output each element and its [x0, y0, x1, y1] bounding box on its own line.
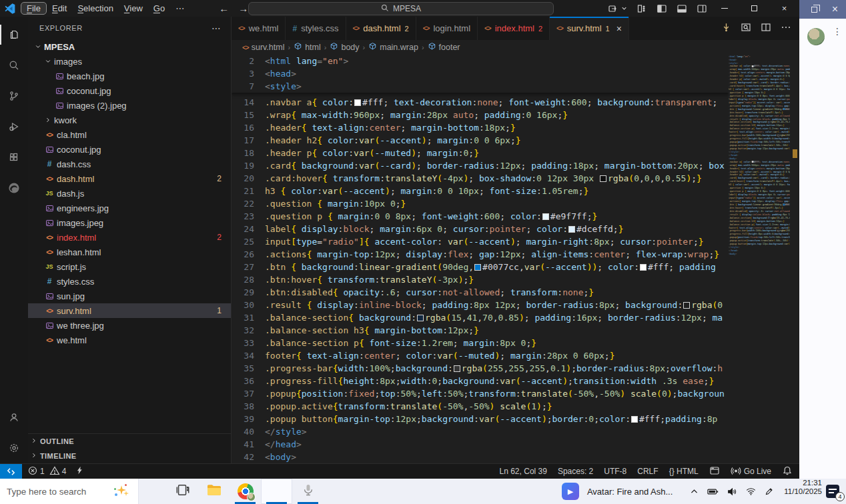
forward-arrow-icon[interactable]: →	[238, 3, 248, 14]
file-images-(2).jpeg[interactable]: images (2).jpeg	[28, 98, 231, 113]
taskbar-voice-recorder[interactable]	[292, 479, 324, 504]
settings-icon[interactable]	[0, 433, 28, 463]
taskbar-vscode[interactable]	[261, 479, 292, 504]
battery-icon[interactable]	[707, 487, 719, 496]
explorer-more-icon[interactable]: ⋯	[212, 23, 222, 33]
menu-file[interactable]: File	[21, 2, 47, 15]
restore-icon[interactable]	[811, 7, 817, 13]
source-control-icon[interactable]	[0, 81, 28, 111]
file-dash.html[interactable]: <>dash.html2	[28, 171, 231, 186]
menu-edit[interactable]: Edit	[47, 3, 72, 14]
minimize-button[interactable]	[709, 0, 739, 17]
taskbar-task-view[interactable]	[167, 479, 198, 504]
overview-ruler[interactable]	[790, 55, 799, 463]
wifi-icon[interactable]	[746, 487, 756, 496]
tab-index.html[interactable]: <>index.html2	[478, 17, 550, 40]
run-debug-icon[interactable]	[0, 111, 28, 142]
status--html[interactable]: {} HTML	[669, 467, 699, 476]
status-go-live[interactable]: Go Live	[731, 465, 771, 478]
arrow-down-icon[interactable]	[721, 22, 731, 35]
extensions-icon[interactable]	[0, 142, 28, 173]
background-window[interactable]: × ⋮	[799, 0, 846, 479]
zap-icon[interactable]	[75, 466, 84, 477]
media-session[interactable]: ▶ Avatar: Fire and Ash...	[562, 479, 673, 504]
status-utf-8[interactable]: UTF-8	[604, 467, 626, 476]
open-remote-window-icon[interactable]	[608, 3, 618, 14]
file-images.jpeg[interactable]: images.jpeg	[28, 215, 231, 230]
folder-kwork[interactable]: kwork	[28, 113, 231, 127]
breadcrumb-body[interactable]: body	[330, 42, 359, 53]
tab-surv.html[interactable]: <>surv.html1×	[550, 17, 629, 40]
file-we-three.jpg[interactable]: we three.jpg	[28, 318, 231, 333]
tab-close-icon[interactable]: ×	[616, 23, 622, 34]
file-styles.css[interactable]: #styles.css	[28, 274, 231, 289]
menu-view[interactable]: View	[119, 3, 148, 14]
dropdown-chevron-icon[interactable]	[621, 5, 627, 11]
file-dash.js[interactable]: JSdash.js	[28, 186, 231, 201]
menu-selection[interactable]: Selection	[72, 3, 118, 14]
file-sun.jpg[interactable]: sun.jpg	[28, 289, 231, 303]
explorer-icon[interactable]	[0, 19, 28, 50]
remote-indicator[interactable]	[0, 464, 22, 479]
back-arrow-icon[interactable]: ←	[219, 3, 229, 14]
account-icon[interactable]	[0, 402, 28, 433]
tab-styles.css[interactable]: #styles.css	[286, 17, 346, 40]
breadcrumb-main-wrap[interactable]: main.wrap	[368, 42, 418, 53]
folder-images[interactable]: images	[28, 54, 231, 69]
file-coconut.jpg[interactable]: coconut.jpg	[28, 83, 231, 98]
more-actions-icon[interactable]	[781, 22, 791, 35]
taskbar-search[interactable]: Type here to search	[0, 479, 139, 504]
file-dash.css[interactable]: #dash.css	[28, 157, 231, 171]
search-icon[interactable]	[0, 50, 28, 81]
breadcrumb-footer[interactable]: footer	[428, 42, 460, 53]
tab-bar: <>we.html#styles.css<>dash.html2<>login.…	[232, 17, 799, 40]
customize-layout-icon[interactable]	[637, 3, 647, 14]
taskbar-clock[interactable]: 21:31 11/10/2025	[784, 479, 822, 504]
taskbar-chrome[interactable]	[230, 479, 261, 504]
kebab-menu-icon[interactable]: ⋮	[833, 29, 842, 34]
file-index.html[interactable]: <>index.html2	[28, 230, 231, 245]
command-center-search[interactable]: MPESA	[248, 2, 554, 15]
menu-go[interactable]: Go	[148, 3, 170, 14]
section-outline[interactable]: OUTLINE	[28, 434, 231, 449]
file-we.html[interactable]: <>we.html	[28, 333, 231, 347]
file-engineers.jpg[interactable]: engineers.jpg	[28, 201, 231, 215]
chevron-up-icon[interactable]	[690, 487, 699, 496]
notification-center[interactable]: 4	[826, 483, 843, 500]
code-editor[interactable]: 2<html lang="en">3<head>7<style> 14.navb…	[232, 55, 799, 463]
breadcrumb-html[interactable]: html	[294, 42, 321, 53]
close-button[interactable]: ×	[769, 0, 799, 17]
browser-icon[interactable]	[709, 465, 720, 478]
split-search-icon[interactable]	[741, 22, 751, 35]
edge-tools-icon[interactable]	[0, 173, 28, 203]
file-surv.html[interactable]: <>surv.html1	[28, 303, 231, 318]
file-leshan.html[interactable]: <>leshan.html	[28, 245, 231, 259]
maximize-button[interactable]	[739, 0, 769, 17]
tab-login.html[interactable]: <>login.html	[416, 17, 478, 40]
pen-icon[interactable]	[765, 487, 773, 496]
toggle-sidebar-icon[interactable]	[657, 3, 667, 14]
bell-icon[interactable]	[782, 465, 793, 478]
tab-dash.html[interactable]: <>dash.html2	[346, 17, 416, 40]
breadcrumb-surv-html[interactable]: <>surv.html	[242, 43, 284, 52]
close-icon[interactable]: ×	[832, 3, 838, 15]
status-spaces-2[interactable]: Spaces: 2	[558, 467, 593, 476]
volume-icon[interactable]	[727, 487, 737, 496]
split-editor-icon[interactable]	[761, 22, 771, 35]
status-crlf[interactable]: CRLF	[637, 467, 658, 476]
status-ln-62-col-39[interactable]: Ln 62, Col 39	[500, 467, 547, 476]
problems-indicator[interactable]: 14	[22, 465, 71, 478]
tab-we.html[interactable]: <>we.html	[232, 17, 286, 40]
file-coconut.jpg[interactable]: coconut.jpg	[28, 142, 231, 157]
minimap[interactable]: <html lang="en"><head><style>.navbar a{ …	[729, 55, 790, 463]
toggle-secondary-sidebar-icon[interactable]	[697, 3, 707, 14]
file-script.js[interactable]: JSscript.js	[28, 259, 231, 274]
file-beach.jpg[interactable]: beach.jpg	[28, 69, 231, 83]
taskbar-file-explorer[interactable]	[198, 479, 230, 504]
toggle-panel-icon[interactable]	[677, 3, 687, 14]
section-timeline[interactable]: TIMELINE	[28, 449, 231, 463]
folder-mpesa[interactable]: MPESA	[28, 39, 231, 54]
avatar[interactable]	[807, 28, 825, 45]
file-cla.html[interactable]: <>cla.html	[28, 127, 231, 142]
menu-more-icon[interactable]: ⋯	[170, 3, 189, 13]
